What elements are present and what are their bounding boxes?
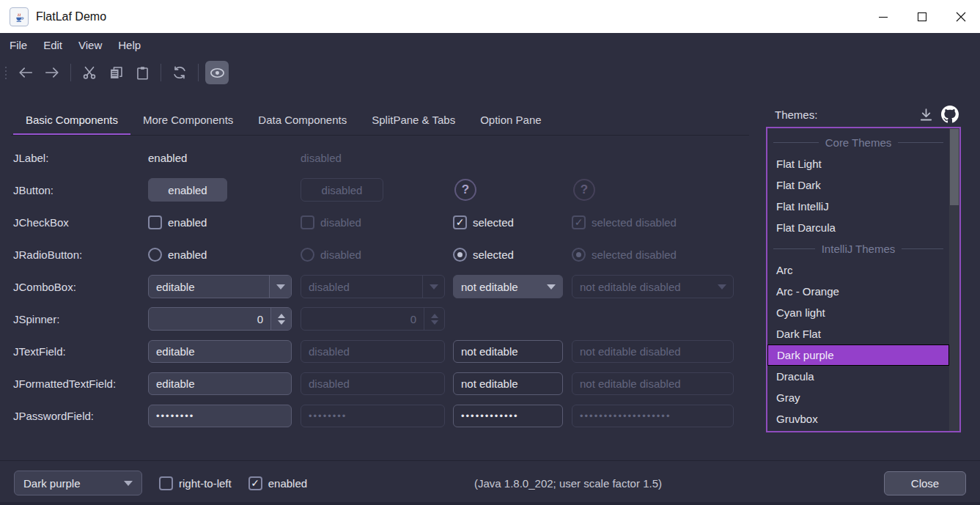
jradiobutton-enabled[interactable]: enabled [148,248,301,262]
toolbar [0,57,980,88]
combo-arrow-icon[interactable] [124,481,133,486]
jlabel-disabled: disabled [301,152,342,164]
theme-item-flat-intellij[interactable]: Flat IntelliJ [767,196,949,217]
menu-edit[interactable]: Edit [35,33,70,57]
themes-list[interactable]: Core Themes Flat Light Flat Dark Flat In… [766,127,961,432]
checkbox-unchecked-disabled-icon [301,215,314,229]
jformattedtextfield-not-editable-disabled: not editable disabled [572,372,734,395]
combo-arrow-icon[interactable] [269,276,291,298]
theme-item-flat-light[interactable]: Flat Light [767,153,949,174]
theme-selector-combobox[interactable]: Dark purple [14,471,142,495]
theme-item-gray[interactable]: Gray [767,387,949,408]
refresh-button[interactable] [168,61,191,84]
jtextfield-editable[interactable]: editable [148,340,292,363]
themes-label: Themes: [775,108,817,121]
toolbar-grip-handle[interactable] [4,63,10,82]
theme-item-dark-purple[interactable]: Dark purple [767,344,949,366]
radio-selected-icon[interactable] [453,248,467,262]
minimize-button[interactable] [863,0,902,33]
jpasswordfield-not-editable-disabled: ••••••••••••••••••• [572,405,734,427]
tab-basic-components[interactable]: Basic Components [13,106,130,136]
github-icon[interactable] [941,106,959,123]
tab-data-components[interactable]: Data Components [246,106,359,136]
download-themes-icon[interactable] [918,107,934,122]
main-content: Basic Components More Components Data Co… [0,88,980,460]
tab-bar: Basic Components More Components Data Co… [13,106,554,136]
tab-more-components[interactable]: More Components [130,106,246,136]
tab-splitpane-tabs[interactable]: SplitPane & Tabs [359,106,468,136]
theme-item-arc-orange[interactable]: Arc - Orange [767,281,949,302]
jlabel-enabled: enabled [148,152,187,164]
combo-arrow-icon[interactable] [540,276,562,298]
toolbar-separator [198,64,199,81]
theme-item-flat-darcula[interactable]: Flat Darcula [767,217,949,238]
jradiobutton-selected-disabled: selected disabled [572,248,734,262]
theme-item-arc[interactable]: Arc [767,259,949,281]
scrollbar-thumb[interactable] [950,129,959,205]
jbutton-help[interactable]: ? [454,179,476,201]
jpasswordfield-editable[interactable]: •••••••• [148,405,292,427]
jbutton-help-disabled: ? [573,179,595,201]
theme-item-dracula[interactable]: Dracula [767,366,949,387]
theme-item-gruvbox[interactable]: Gruvbox [767,408,949,430]
jcombobox-not-editable-disabled: not editable disabled [572,275,734,298]
checkbox-unchecked-icon[interactable] [148,215,162,229]
radio-selected-disabled-icon [572,248,586,262]
component-grid: JLabel: enabled disabled JButton: enable… [13,141,734,432]
paste-button[interactable] [130,61,154,84]
row-label-jbutton: JButton: [13,184,148,196]
jformattedtextfield-not-editable: not editable [453,372,563,395]
theme-item-cyan-light[interactable]: Cyan light [767,302,949,323]
combo-arrow-icon [711,276,733,298]
jcombobox-disabled: disabled [301,275,445,298]
jcheckbox-selected-disabled: ✓ selected disabled [572,215,734,229]
jspinner-enabled[interactable]: 0 [148,307,292,331]
toolbar-separator [161,64,161,81]
row-label-jcheckbox: JCheckBox [13,216,148,229]
jformattedtextfield-editable[interactable]: editable [148,372,292,395]
radio-unselected-disabled-icon [301,248,314,262]
java-app-icon [10,7,29,26]
tab-baseline [11,135,749,136]
jradiobutton-selected[interactable]: selected [453,248,572,262]
copy-button[interactable] [104,61,128,84]
theme-item-dark-flat[interactable]: Dark Flat [767,323,949,344]
menu-file[interactable]: File [1,33,35,57]
back-button[interactable] [14,61,37,84]
list-header-intellij-themes: IntelliJ Themes [767,238,949,259]
window-title: FlatLaf Demo [36,10,106,23]
jtextfield-not-editable: not editable [453,340,563,363]
menu-help[interactable]: Help [110,33,149,57]
show-hidden-toggle-button[interactable] [205,61,229,84]
jbutton-enabled[interactable]: enabled [148,178,227,202]
spinner-arrows-icon[interactable] [270,308,291,330]
jspinner-disabled: 0 [301,307,445,331]
tab-option-pane[interactable]: Option Pane [468,106,553,136]
enabled-checkbox[interactable]: ✓ enabled [248,476,307,490]
jcombobox-editable[interactable]: editable [148,275,292,298]
themes-scrollbar[interactable] [949,128,959,431]
jradiobutton-disabled: disabled [301,248,453,262]
jcheckbox-enabled[interactable]: enabled [148,215,301,229]
row-label-jcombobox: JComboBox: [13,281,148,293]
jcheckbox-disabled: disabled [301,215,453,229]
checkbox-checked-icon[interactable]: ✓ [453,215,467,229]
checkbox-unchecked-icon[interactable] [159,476,173,490]
radio-unselected-icon[interactable] [148,248,162,262]
jtextfield-not-editable-disabled: not editable disabled [572,340,734,363]
checkbox-checked-icon[interactable]: ✓ [248,476,262,490]
row-label-jlabel: JLabel: [13,152,148,164]
jcombobox-not-editable[interactable]: not editable [453,275,563,298]
maximize-button[interactable] [902,0,941,33]
jformattedtextfield-disabled: disabled [301,372,445,395]
right-to-left-checkbox[interactable]: right-to-left [159,476,232,490]
menu-view[interactable]: View [70,33,110,57]
jcheckbox-selected[interactable]: ✓ selected [453,215,572,229]
bottom-bar: Dark purple right-to-left ✓ enabled (Jav… [0,460,980,505]
close-button[interactable]: Close [884,471,966,495]
close-window-button[interactable] [941,0,980,33]
forward-button[interactable] [40,61,64,84]
combo-arrow-icon [422,276,444,298]
theme-item-flat-dark[interactable]: Flat Dark [767,174,949,196]
cut-button[interactable] [78,61,101,84]
